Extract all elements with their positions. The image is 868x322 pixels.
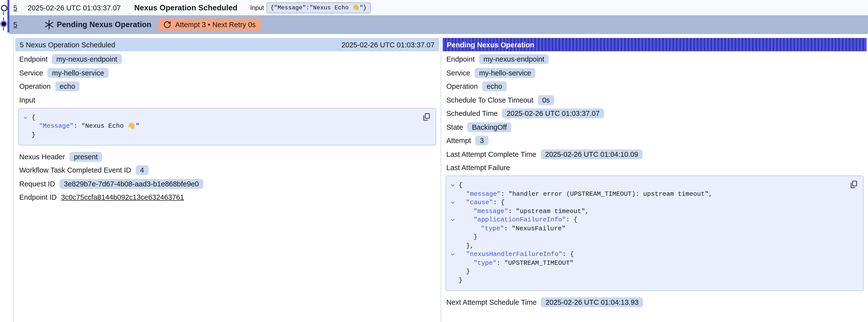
field-value-badge: echo — [55, 82, 80, 91]
event-row-pending-nexus-operation[interactable]: 5 Pending Nexus Operation Attempt 3 • Ne… — [9, 15, 868, 34]
field-label: Endpoint ID — [19, 193, 57, 201]
field-value-badge: my-nexus-endpoint — [479, 54, 549, 64]
field-label: Operation — [19, 82, 51, 90]
right-fields-top: Endpointmy-nexus-endpointServicemy-hello… — [442, 54, 867, 160]
code-line: "cause": { — [446, 198, 841, 207]
json-key-text: "nexusHandlerFailureInfo" — [466, 251, 562, 258]
timeline-accent-bar — [7, 0, 9, 33]
json-key-text: "type" — [473, 259, 497, 266]
code-line: "type": "UPSTREAM_TIMEOUT" — [446, 259, 841, 267]
detail-field-row: Servicemy-hello-service — [446, 67, 867, 78]
failure-section-row: Last Attempt Failure — [446, 162, 867, 173]
json-text: : { — [562, 251, 574, 258]
left-fields-top: Endpointmy-nexus-endpointServicemy-hello… — [15, 54, 439, 92]
pending-id-link[interactable]: 5 — [13, 21, 17, 29]
event-details-container: 5 Nexus Operation Scheduled 2025-02-26 U… — [13, 36, 868, 322]
json-text: } — [466, 268, 470, 275]
field-value-badge: 0s — [538, 95, 554, 105]
left-fields-bottom: Nexus HeaderpresentWorkflow Task Complet… — [15, 151, 439, 203]
detail-field-row: Servicemy-hello-service — [19, 67, 439, 78]
input-json-block: {"Message": "Nexus Echo 👋"} — [18, 108, 436, 146]
field-value-badge: my-hello-service — [475, 68, 536, 78]
json-key-text: "message" — [466, 190, 501, 197]
json-text: { — [459, 182, 463, 189]
json-text: : { — [493, 199, 504, 206]
copy-icon[interactable] — [422, 112, 431, 121]
retry-attempt-badge: Attempt 3 • Next Retry 0s — [158, 19, 261, 31]
field-value-badge: 2025-02-26 UTC 01:04:10.09 — [540, 149, 643, 159]
field-label: Attempt — [446, 137, 471, 144]
pending-asterisk-icon — [44, 20, 54, 30]
field-label: Nexus Header — [19, 153, 65, 161]
json-text: } — [459, 277, 463, 284]
field-label: Request ID — [19, 180, 55, 188]
panel-nexus-operation-scheduled: 5 Nexus Operation Scheduled 2025-02-26 U… — [14, 36, 441, 322]
detail-field-row: Endpoint ID3c0c75ccfa8144b092c13ce632463… — [19, 192, 439, 203]
code-line: "nexusHandlerFailureInfo": { — [446, 250, 841, 259]
field-value-badge: 3 — [475, 136, 488, 146]
endpoint-id-link[interactable]: 3c0c75ccfa8144b092c13ce632463761 — [61, 193, 184, 201]
field-label: Endpoint — [446, 55, 475, 63]
field-label: Scheduled Time — [446, 109, 498, 117]
panel-pending-nexus-operation: Pending Nexus Operation Endpointmy-nexus… — [441, 36, 868, 322]
field-label: Service — [446, 69, 470, 77]
json-text: : "UPSTREAM_TIMEOUT" — [497, 259, 574, 266]
detail-field-row: Scheduled Time2025-02-26 UTC 01:03:37.07 — [446, 108, 867, 119]
field-value-badge: my-nexus-endpoint — [52, 54, 122, 64]
json-key-text: "type" — [481, 225, 504, 232]
chevron-down-icon[interactable] — [450, 200, 455, 205]
detail-field-row: Nexus Headerpresent — [19, 151, 439, 162]
chevron-down-icon[interactable] — [23, 115, 28, 120]
event-timestamp: 2025-02-26 UTC 01:03:37.07 — [28, 4, 121, 11]
chevron-down-icon[interactable] — [450, 252, 455, 257]
detail-field-row: Operationecho — [19, 80, 439, 92]
code-line: }, — [446, 242, 841, 250]
json-text: : "Nexus Echo 👋" — [73, 122, 140, 130]
detail-field-row: Endpointmy-nexus-endpoint — [19, 54, 439, 65]
detail-field-row: Request ID3e829b7e-7d67-4b08-aad3-b1e868… — [19, 178, 439, 189]
json-key-text: "message" — [473, 207, 508, 215]
chevron-down-icon[interactable] — [450, 217, 455, 222]
timeline-node-current-icon — [1, 22, 6, 26]
json-text: : { — [566, 216, 577, 223]
code-line: "applicationFailureInfo": { — [446, 216, 841, 224]
json-text: : "NexusFailure" — [504, 225, 566, 232]
field-label: Workflow Task Completed Event ID — [19, 166, 131, 174]
event-input-value-chip[interactable]: {"Message":"Nexus Echo 👋"} — [267, 2, 371, 13]
input-section-label: Input — [19, 96, 35, 104]
retry-icon — [163, 21, 171, 29]
timeline-node-open-icon — [1, 5, 7, 11]
chevron-down-icon[interactable] — [450, 183, 455, 188]
json-text: { — [32, 114, 35, 121]
code-line: } — [446, 267, 841, 276]
json-text: } — [32, 131, 35, 138]
detail-field-row: Workflow Task Completed Event ID4 — [19, 164, 439, 176]
left-panel-timestamp: 2025-02-26 UTC 01:03:37.07 — [341, 41, 434, 49]
json-text: : "upstream timeout", — [508, 207, 589, 215]
field-label: State — [446, 123, 463, 131]
retry-badge-text: Attempt 3 • Next Retry 0s — [175, 21, 256, 29]
field-label: Operation — [446, 82, 478, 90]
json-text: : "handler error (UPSTREAM_TIMEOUT): ups… — [501, 190, 712, 197]
field-label: Last Attempt Complete Time — [446, 150, 536, 158]
field-value-badge: 2025-02-26 UTC 01:04:13.93 — [541, 297, 643, 307]
copy-icon[interactable] — [849, 180, 858, 189]
field-value-badge: BackingOff — [468, 122, 511, 132]
event-title: Nexus Operation Scheduled — [134, 3, 237, 12]
right-fields-bottom: Next Attempt Schedule Time2025-02-26 UTC… — [442, 296, 867, 308]
event-id-link[interactable]: 5 — [13, 4, 17, 11]
detail-field-row: Schedule To Close Timeout0s — [446, 94, 867, 105]
event-row-nexus-operation-scheduled[interactable]: 5 2025-02-26 UTC 01:03:37.07 Nexus Opera… — [9, 0, 868, 15]
detail-field-row: Last Attempt Complete Time2025-02-26 UTC… — [446, 149, 867, 160]
field-label: Endpoint — [19, 55, 48, 63]
event-input-label: Input — [250, 4, 264, 11]
field-label: Service — [19, 69, 43, 77]
code-line: { — [446, 181, 841, 190]
field-value-badge: present — [69, 152, 102, 161]
code-line: } — [446, 233, 841, 242]
detail-field-row: Next Attempt Schedule Time2025-02-26 UTC… — [446, 296, 867, 308]
json-key-text: "applicationFailureInfo" — [473, 216, 566, 223]
code-line: } — [19, 130, 414, 139]
field-value-badge: 3e829b7e-7d67-4b08-aad3-b1e868bfe9e0 — [59, 179, 203, 189]
failure-json-block: {"message": "handler error (UPSTREAM_TIM… — [445, 175, 864, 291]
